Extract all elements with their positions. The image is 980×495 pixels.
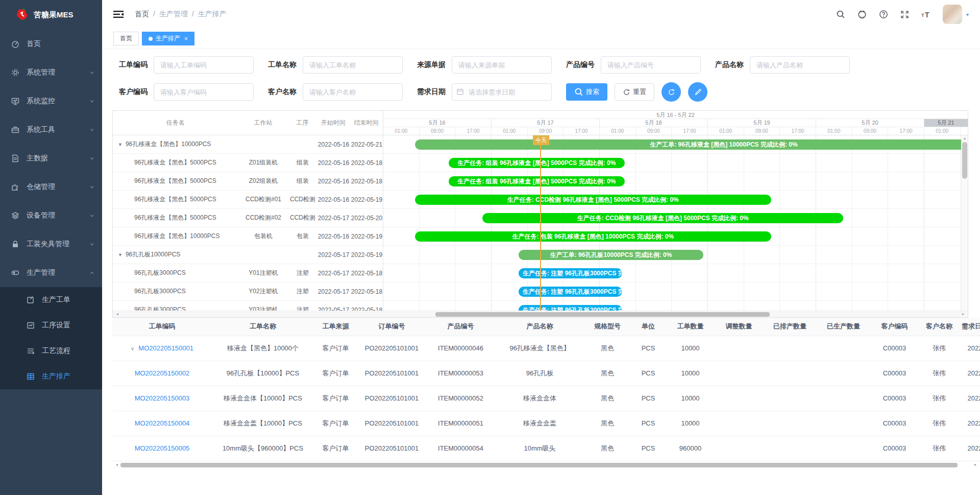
- filter-input-工单名称[interactable]: [303, 56, 403, 74]
- edit-round-button[interactable]: [688, 82, 707, 102]
- cell-code[interactable]: MO202205150003: [112, 386, 212, 411]
- gantt-bar[interactable]: 生产工单: 96孔孔板10000PCS 完成比例: 0%: [519, 250, 703, 260]
- gantt-workstation: Y01注塑机: [238, 269, 288, 277]
- cell-item_no: ITEM00000046: [426, 336, 495, 361]
- scroll-right-icon[interactable]: ▸: [972, 462, 979, 468]
- gantt-end-date: 2022-05-21: [350, 141, 383, 148]
- row-expand-icon[interactable]: ∨: [131, 346, 134, 351]
- gantt-bar[interactable]: 生产任务: 注塑 96孔孔板3000PCS 完成比例: 0%: [519, 287, 622, 297]
- breadcrumb-item[interactable]: 首页: [135, 10, 149, 18]
- cell-code[interactable]: ∨MO202205150001: [112, 336, 212, 361]
- collapse-icon[interactable]: ▼: [118, 142, 122, 147]
- sidebar-item-system-tools[interactable]: 系统工具: [0, 115, 102, 144]
- filter-input-需求日期[interactable]: [452, 83, 552, 101]
- gantt-bar[interactable]: 生产任务: 注塑 96孔孔板3000PCS 完成比例: 0%: [519, 305, 622, 311]
- tab-close-icon[interactable]: ×: [184, 35, 188, 42]
- filter-input-wrap: [154, 83, 254, 101]
- cell-source: 客户订单: [314, 411, 357, 436]
- gantt-process: 包装: [288, 232, 317, 241]
- work-order-link[interactable]: MO202205150003: [135, 394, 190, 402]
- gantt-bar[interactable]: 生产任务: CCD检测 96孔移液盒 [黑色] 5000PCS 完成比例: 0%: [415, 195, 771, 205]
- sidebar-item-master-data[interactable]: 主数据: [0, 144, 102, 173]
- sidebar-toggle-icon[interactable]: [113, 10, 124, 18]
- scroll-right-icon[interactable]: ▸: [960, 311, 967, 317]
- scroll-up-icon[interactable]: ▴: [962, 135, 968, 142]
- refresh-icon: [623, 88, 630, 96]
- sidebar-item-production[interactable]: 生产管理: [0, 258, 102, 287]
- topbar-fontsize[interactable]: TT: [921, 9, 932, 19]
- cell-code[interactable]: MO202205150004: [112, 411, 212, 436]
- topbar-github[interactable]: [857, 9, 867, 19]
- topbar-question[interactable]: [878, 9, 889, 19]
- gantt-task-name: 96孔孔板3000PCS: [113, 287, 238, 296]
- sidebar-item-equipment[interactable]: 设备管理: [0, 201, 102, 230]
- sidebar-item-fixture[interactable]: 工装夹具管理: [0, 230, 102, 258]
- gantt-task-row: 96孔孔板3000PCSY03注塑机注塑2022-05-172022-05-18: [113, 301, 383, 311]
- filter-input-工单编码[interactable]: [154, 56, 254, 74]
- work-order-link[interactable]: MO202205150001: [138, 344, 193, 352]
- sidebar-item-system-admin[interactable]: 系统管理: [0, 58, 102, 87]
- task-name-text: 96孔移液盒【黑色】5000PCS: [134, 214, 216, 222]
- gantt-scroll-thumb[interactable]: [435, 312, 770, 317]
- breadcrumb-item[interactable]: 生产管理: [159, 10, 188, 18]
- sidebar-item-process-flow[interactable]: 工艺流程: [0, 338, 102, 364]
- task-name-text: 96孔移液盒【黑色】5000PCS: [134, 177, 216, 185]
- gantt-bar[interactable]: 生产任务: 组装 96孔移液盒 [黑色] 5000PCS 完成比例: 0%: [449, 176, 625, 186]
- topbar-fullscreen[interactable]: [900, 9, 910, 19]
- avatar[interactable]: [943, 5, 962, 24]
- gantt-hour-cell: 17:00: [455, 127, 492, 135]
- cell-produced: [817, 411, 870, 436]
- gantt-horizontal-scrollbar[interactable]: ◂ ▸: [113, 311, 968, 317]
- sidebar-item-warehouse[interactable]: 仓储管理: [0, 173, 102, 201]
- filter-input-客户名称[interactable]: [303, 83, 403, 101]
- gantt-start-date: 2022-05-16: [317, 196, 350, 203]
- gantt-process: 组装: [288, 158, 317, 167]
- gantt-start-date: 2022-05-17: [317, 251, 350, 258]
- today-line: [540, 135, 541, 311]
- sidebar-item-scheduling[interactable]: 生产排产: [0, 364, 102, 389]
- gantt-vscroll-thumb[interactable]: [962, 142, 967, 179]
- filter-input-产品名称[interactable]: [750, 56, 850, 74]
- table-column-header: 客户编码: [870, 318, 919, 336]
- topbar-search[interactable]: [836, 9, 846, 19]
- sidebar-item-work-order[interactable]: 生产工单: [0, 287, 102, 313]
- collapse-icon[interactable]: ▼: [118, 252, 122, 257]
- tab-生产排产[interactable]: 生产排产×: [142, 32, 194, 45]
- work-order-link[interactable]: MO202205150004: [135, 419, 190, 427]
- gantt-hour-cell: 09:00: [420, 127, 456, 135]
- tab-首页[interactable]: 首页: [113, 32, 139, 45]
- breadcrumb-item[interactable]: 生产排产: [198, 10, 227, 18]
- gantt-bar[interactable]: 生产任务: CCD检测 96孔移液盒 [黑色] 5000PCS 完成比例: 0%: [482, 213, 843, 223]
- work-order-link[interactable]: MO202205150005: [135, 444, 190, 452]
- gantt-bar[interactable]: 生产任务: 组装 96孔移液盒 [黑色] 5000PCS 完成比例: 0%: [449, 158, 625, 168]
- cell-spec: 黑色: [584, 336, 630, 361]
- cell-code[interactable]: MO202205150002: [112, 361, 212, 386]
- search-button[interactable]: 搜索: [566, 83, 607, 101]
- reset-button[interactable]: 重置: [615, 83, 654, 101]
- refresh-round-button[interactable]: [662, 82, 681, 102]
- work-order-link[interactable]: MO202205150002: [135, 369, 190, 377]
- gantt-bar[interactable]: 生产任务: 注塑 96孔孔板3000PCS 完成比例: 0%: [519, 268, 622, 278]
- user-menu[interactable]: ▾: [943, 5, 969, 24]
- gantt-vertical-scrollbar[interactable]: ▴: [961, 135, 968, 311]
- scroll-left-icon[interactable]: ◂: [113, 462, 120, 468]
- scroll-left-icon[interactable]: ◂: [114, 311, 121, 317]
- gantt-bar[interactable]: 生产任务: 包装 96孔移液盒 [黑色] 10000PCS 完成比例: 0%: [415, 231, 771, 242]
- sidebar-item-home[interactable]: 首页: [0, 30, 102, 58]
- gantt-bar[interactable]: 生产工单: 96孔移液盒 [黑色] 10000PCS 完成比例: 0%: [415, 139, 968, 150]
- gantt-task-row: 96孔移液盒【黑色】5000PCSZ02组装机组装2022-05-162022-…: [113, 172, 383, 191]
- sidebar-item-system-monitor[interactable]: 系统监控: [0, 87, 102, 115]
- table-column-header: 产品编号: [426, 318, 495, 336]
- filter-label: 工单名称: [268, 60, 297, 69]
- table-horizontal-scrollbar[interactable]: ◂ ▸: [112, 462, 980, 469]
- main-area: 首页/生产管理/生产排产 TT▾ 首页生产排产× 工单编码工单名称来源单据产品编…: [102, 0, 980, 495]
- cell-code[interactable]: MO202205150005: [112, 436, 212, 461]
- table-scroll-thumb[interactable]: [120, 463, 958, 467]
- sidebar-item-process-settings[interactable]: 工序设置: [0, 313, 102, 338]
- gantt-end-date: 2022-05-18: [350, 270, 383, 277]
- breadcrumb-separator: /: [192, 10, 194, 18]
- filter-input-产品编号[interactable]: [601, 56, 701, 74]
- filter-input-客户编码[interactable]: [154, 83, 254, 101]
- filter-input-来源单据[interactable]: [452, 56, 552, 74]
- gantt-end-date: 2022-05-18: [350, 178, 383, 185]
